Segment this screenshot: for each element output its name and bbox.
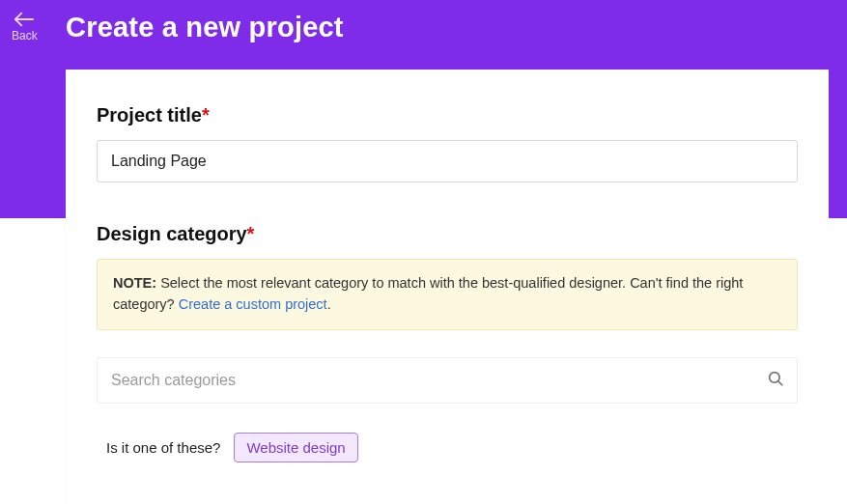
svg-line-2: [778, 380, 782, 384]
category-search-wrap: [97, 357, 798, 404]
design-category-section: Design category* NOTE: Select the most r…: [97, 223, 798, 462]
back-label: Back: [12, 29, 38, 42]
page-title: Create a new project: [66, 12, 344, 43]
project-title-label-text: Project title: [97, 104, 202, 126]
suggestion-chip-website-design[interactable]: Website design: [234, 433, 357, 462]
create-custom-project-link[interactable]: Create a custom project: [179, 296, 327, 312]
note-label: NOTE:: [113, 275, 156, 291]
search-icon: [767, 370, 784, 391]
project-title-label: Project title*: [97, 104, 798, 126]
project-title-section: Project title*: [97, 104, 798, 182]
suggestion-row: Is it one of these? Website design: [97, 433, 798, 462]
category-search-input[interactable]: [97, 357, 798, 404]
required-asterisk: *: [247, 223, 255, 244]
required-asterisk: *: [202, 104, 210, 126]
design-category-label-text: Design category: [97, 223, 247, 244]
project-title-input[interactable]: [97, 140, 798, 182]
back-button[interactable]: Back: [8, 8, 42, 46]
arrow-left-icon: [14, 12, 35, 29]
suggestion-label: Is it one of these?: [106, 439, 220, 456]
note-suffix: .: [327, 296, 331, 312]
design-category-label: Design category*: [97, 223, 798, 245]
form-card: Project title* Design category* NOTE: Se…: [66, 70, 829, 504]
category-note-box: NOTE: Select the most relevant category …: [97, 259, 798, 330]
